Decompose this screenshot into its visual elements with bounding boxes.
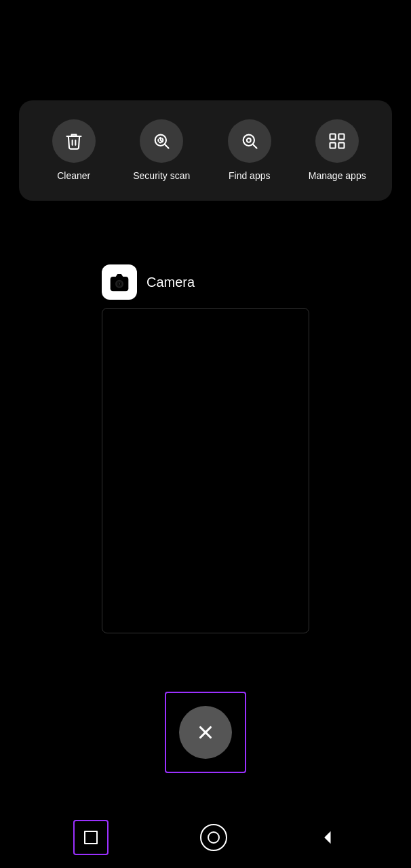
- camera-section: Camera: [102, 264, 309, 633]
- back-button[interactable]: [319, 828, 338, 847]
- camera-preview: [102, 308, 309, 633]
- recents-icon: [84, 831, 98, 844]
- close-button[interactable]: [179, 706, 232, 759]
- security-scan-icon-circle: [140, 119, 183, 163]
- security-scan-action[interactable]: Security scan: [128, 119, 195, 182]
- svg-point-15: [119, 283, 120, 285]
- svg-point-5: [247, 138, 251, 142]
- cleaner-label: Cleaner: [57, 170, 90, 182]
- quick-actions-card: Cleaner Security scan Find apps: [19, 100, 392, 201]
- recents-button[interactable]: [73, 820, 109, 855]
- camera-icon: [109, 271, 130, 293]
- camera-header: Camera: [102, 264, 309, 300]
- back-icon: [319, 828, 338, 847]
- find-apps-label: Find apps: [229, 170, 270, 182]
- cleaner-icon-circle: [52, 119, 96, 163]
- svg-line-1: [165, 144, 169, 148]
- manage-apps-icon-circle: [315, 119, 359, 163]
- security-scan-icon: [152, 132, 171, 151]
- security-scan-label: Security scan: [133, 170, 190, 182]
- camera-app-icon: [102, 264, 137, 300]
- manage-apps-icon: [328, 132, 347, 151]
- cleaner-action[interactable]: Cleaner: [40, 119, 108, 182]
- close-x-icon: [195, 722, 216, 743]
- home-button[interactable]: [200, 824, 227, 851]
- bottom-nav: [0, 807, 411, 868]
- home-icon: [208, 831, 220, 844]
- svg-line-4: [253, 144, 256, 148]
- svg-rect-6: [330, 134, 336, 140]
- svg-rect-9: [339, 142, 345, 148]
- camera-app-name: Camera: [146, 275, 195, 290]
- find-apps-icon-circle: [228, 119, 271, 163]
- svg-marker-18: [324, 831, 330, 844]
- manage-apps-label: Manage apps: [309, 170, 366, 182]
- find-apps-icon: [240, 132, 259, 151]
- trash-icon: [64, 132, 83, 151]
- svg-rect-7: [339, 134, 345, 140]
- svg-rect-8: [330, 142, 336, 148]
- find-apps-action[interactable]: Find apps: [216, 119, 283, 182]
- manage-apps-action[interactable]: Manage apps: [303, 119, 371, 182]
- close-button-wrapper: [165, 692, 246, 773]
